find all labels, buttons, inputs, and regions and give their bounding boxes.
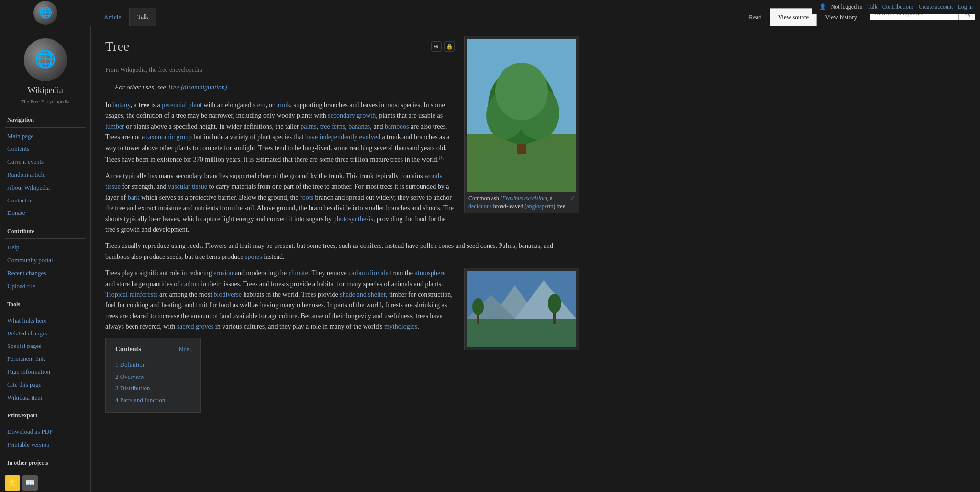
svg-rect-8 bbox=[467, 319, 576, 347]
site-title: Wikipedia bbox=[5, 84, 86, 98]
watchlist-icon[interactable]: ⊕ bbox=[431, 41, 442, 52]
erosion-link[interactable]: erosion bbox=[213, 269, 233, 277]
bark-link[interactable]: bark bbox=[128, 194, 140, 201]
contributions-link[interactable]: Contributions bbox=[882, 2, 914, 11]
user-navigation: 👤 Not logged in Talk Contributions Creat… bbox=[812, 0, 980, 14]
expand-icon[interactable]: ⤢ bbox=[570, 194, 575, 201]
biodiverse-link[interactable]: biodiverse bbox=[214, 291, 242, 298]
page-title: Tree ⊕ 🔒 bbox=[105, 36, 455, 60]
tab-talk[interactable]: Talk bbox=[129, 8, 156, 26]
talk-link[interactable]: Talk bbox=[868, 2, 878, 11]
action-read[interactable]: Read bbox=[741, 8, 770, 26]
toc-item-4[interactable]: 4 Parts and function bbox=[115, 394, 191, 406]
lumber-link[interactable]: lumber bbox=[105, 123, 124, 130]
sidebar-item-download-pdf[interactable]: Download as PDF bbox=[5, 425, 86, 429]
user-icon: 👤 bbox=[819, 2, 826, 11]
svg-point-15 bbox=[548, 294, 561, 313]
print-export-title: Print/export bbox=[5, 409, 86, 423]
bananas-link[interactable]: bananas bbox=[348, 123, 370, 130]
ref-1: [1] bbox=[439, 155, 445, 160]
lock-icon[interactable]: 🔒 bbox=[444, 41, 455, 52]
sidebar-item-cite-this-page[interactable]: Cite this page bbox=[5, 379, 86, 391]
tree-ferns-link[interactable]: tree ferns bbox=[320, 123, 345, 130]
sacred-groves-link[interactable]: sacred groves bbox=[177, 323, 214, 330]
infobox-image-2 bbox=[464, 268, 579, 350]
sidebar-item-current-events[interactable]: Current events bbox=[5, 156, 86, 168]
paragraph-3: Trees usually reproduce using seeds. Flo… bbox=[105, 241, 579, 262]
sidebar-item-donate[interactable]: Donate bbox=[5, 207, 86, 220]
login-link[interactable]: Log in bbox=[958, 2, 973, 11]
vascular-tissue-link[interactable]: vascular tissue bbox=[168, 183, 207, 190]
fraxinus-link[interactable]: Fraxinus excelsior bbox=[502, 195, 546, 201]
page-icons: ⊕ 🔒 bbox=[431, 41, 455, 52]
sidebar: 🌐 Wikipedia The Free Encyclopedia Naviga… bbox=[0, 26, 91, 429]
shade-shelter-link[interactable]: shade and shelter bbox=[340, 291, 386, 298]
sidebar-item-upload-file[interactable]: Upload file bbox=[5, 280, 86, 293]
image-caption-1: ⤢ Common ash (Fraxinus excelsior), a dec… bbox=[467, 192, 576, 211]
contribute-section: Contribute Help Community portal Recent … bbox=[0, 220, 90, 292]
palms-link[interactable]: palms bbox=[301, 123, 316, 130]
toc-item-3[interactable]: 3 Distribution bbox=[115, 382, 191, 394]
nav-section-title: Navigation bbox=[5, 113, 86, 127]
logo-area: 🌐 bbox=[0, 0, 91, 26]
sidebar-item-special-pages[interactable]: Special pages bbox=[5, 340, 86, 353]
trunk-link[interactable]: trunk bbox=[276, 101, 290, 109]
sidebar-item-contents[interactable]: Contents bbox=[5, 143, 86, 156]
sidebar-item-main-page[interactable]: Main page bbox=[5, 130, 86, 143]
content-tabs: Article Talk bbox=[91, 0, 741, 26]
print-export-section: Print/export Download as PDF Printable v… bbox=[0, 404, 90, 429]
page-layout: 🌐 Wikipedia The Free Encyclopedia Naviga… bbox=[0, 26, 980, 429]
deciduous-link[interactable]: deciduous bbox=[468, 203, 492, 210]
angiosperm-link[interactable]: angiosperm bbox=[526, 203, 553, 210]
toc-item-2[interactable]: 2 Overview bbox=[115, 371, 191, 383]
create-account-link[interactable]: Create account bbox=[919, 2, 953, 11]
sidebar-item-permanent-link[interactable]: Permanent link bbox=[5, 353, 86, 366]
contribute-section-title: Contribute bbox=[5, 224, 86, 239]
sidebar-item-community-portal[interactable]: Community portal bbox=[5, 254, 86, 267]
not-logged-in-label: Not logged in bbox=[831, 2, 863, 11]
sidebar-item-help[interactable]: Help bbox=[5, 241, 86, 254]
stem-link[interactable]: stem bbox=[253, 101, 265, 109]
table-of-contents: Contents [hide] 1 Definition 2 Overview … bbox=[105, 338, 201, 413]
toc-hide-button[interactable]: [hide] bbox=[177, 345, 191, 354]
sidebar-item-contact-us[interactable]: Contact us bbox=[5, 194, 86, 207]
taxonomic-group-link[interactable]: taxonomic group bbox=[146, 134, 192, 141]
svg-point-13 bbox=[472, 298, 484, 315]
atmosphere-link[interactable]: atmosphere bbox=[415, 269, 446, 277]
main-content: ⤢ Common ash (Fraxinus excelsior), a dec… bbox=[91, 26, 593, 429]
svg-point-6 bbox=[495, 63, 548, 120]
disambiguation-link[interactable]: Tree (disambiguation) bbox=[167, 84, 227, 91]
spores-link[interactable]: spores bbox=[245, 253, 262, 260]
climate-link[interactable]: climate bbox=[288, 269, 308, 277]
tools-section: Tools What links here Related changes Sp… bbox=[0, 293, 90, 404]
sidebar-item-about-wikipedia[interactable]: About Wikipedia bbox=[5, 181, 86, 194]
mythologies-link[interactable]: mythologies bbox=[384, 323, 417, 330]
sidebar-item-what-links-here[interactable]: What links here bbox=[5, 314, 86, 327]
infobox-image-1: ⤢ Common ash (Fraxinus excelsior), a dec… bbox=[464, 36, 579, 213]
carbon-link[interactable]: carbon bbox=[181, 280, 200, 288]
photosynthesis-link[interactable]: photosynthesis bbox=[334, 215, 373, 223]
nav-section: Navigation Main page Contents Current ev… bbox=[0, 108, 90, 220]
woody-tissue-link[interactable]: woody tissue bbox=[105, 172, 443, 190]
carbon-dioxide-link[interactable]: carbon dioxide bbox=[348, 269, 389, 277]
secondary-growth-link[interactable]: secondary growth bbox=[328, 112, 376, 119]
action-view-source[interactable]: View source bbox=[770, 8, 817, 26]
tools-section-title: Tools bbox=[5, 298, 86, 312]
tropical-rainforests-link[interactable]: Tropical rainforests bbox=[105, 291, 158, 298]
perennial-plant-link[interactable]: perennial plant bbox=[162, 101, 202, 109]
tab-article[interactable]: Article bbox=[96, 8, 129, 26]
roots-link[interactable]: roots bbox=[300, 194, 313, 201]
bamboos-link[interactable]: bamboos bbox=[385, 123, 409, 130]
tree-image-2 bbox=[467, 271, 576, 347]
sidebar-item-page-information[interactable]: Page information bbox=[5, 366, 86, 379]
sidebar-item-recent-changes[interactable]: Recent changes bbox=[5, 267, 86, 280]
independently-evolved-link[interactable]: have independently evolved bbox=[305, 134, 380, 141]
sidebar-logo: 🌐 Wikipedia The Free Encyclopedia bbox=[0, 31, 90, 108]
sidebar-item-related-changes[interactable]: Related changes bbox=[5, 327, 86, 340]
sidebar-item-wikidata-item[interactable]: Wikidata item bbox=[5, 391, 86, 404]
botany-link[interactable]: botany bbox=[112, 101, 130, 109]
tree-image bbox=[467, 39, 576, 192]
toc-item-1[interactable]: 1 Definition bbox=[115, 359, 191, 371]
site-subtitle: The Free Encyclopedia bbox=[5, 98, 86, 106]
sidebar-item-random-article[interactable]: Random article bbox=[5, 168, 86, 181]
